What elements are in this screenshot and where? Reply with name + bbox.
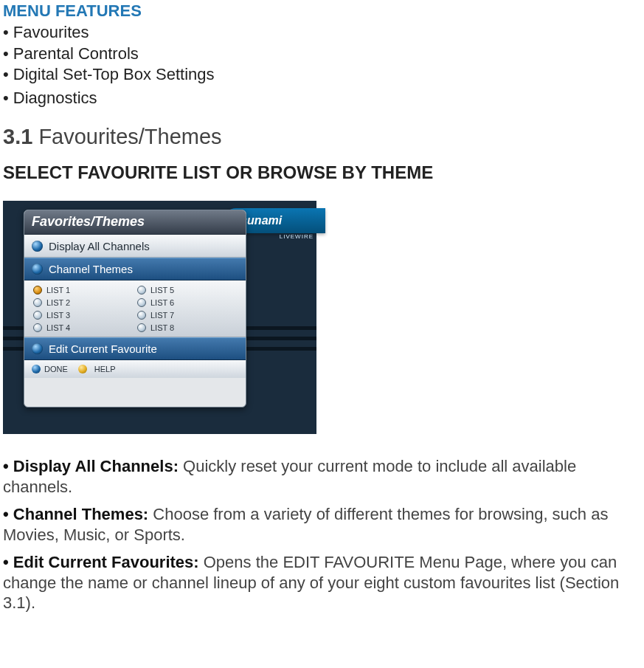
section-number: 3.1	[3, 125, 32, 148]
favorites-panel: Favorites/Themes Display All Channels Ch…	[24, 210, 246, 407]
radio-icon	[137, 311, 146, 320]
menu-feature-item: • Digital Set-Top Box Settings	[3, 64, 641, 86]
radio-icon	[33, 311, 42, 320]
menu-features-heading: MENU FEATURES	[3, 1, 641, 21]
menu-feature-label: Favourites	[13, 23, 89, 41]
list-item-label: LIST 2	[46, 298, 70, 307]
list-item-label: LIST 7	[150, 311, 174, 320]
description-title: Display All Channels:	[13, 457, 179, 475]
favourite-list-option[interactable]: LIST 7	[137, 309, 241, 321]
radio-icon	[33, 323, 42, 332]
list-item-label: LIST 4	[46, 323, 70, 332]
globe-icon	[32, 264, 43, 275]
radio-icon	[33, 298, 42, 307]
sphere-blue-icon	[32, 365, 41, 373]
list-item-label: LIST 8	[150, 323, 174, 332]
description-title: Channel Themes:	[13, 505, 148, 523]
list-item-label: LIST 1	[46, 286, 70, 295]
radio-icon	[137, 286, 146, 295]
settop-ui-screenshot: Tsunami LIVEWIRE Favorites/Themes Displa…	[3, 201, 316, 434]
menu-feature-item: • Parental Controls	[3, 44, 641, 65]
favourite-list-option[interactable]: LIST 5	[137, 283, 241, 296]
row-label: Channel Themes	[49, 263, 133, 275]
favourite-list-option[interactable]: LIST 6	[137, 296, 241, 309]
section-name: Favourites/Themes	[38, 125, 221, 148]
row-edit-current-favourite[interactable]: Edit Current Favourite	[24, 337, 246, 360]
footer-help-button[interactable]: HELP	[94, 365, 116, 373]
row-channel-themes[interactable]: Channel Themes	[24, 258, 246, 280]
panel-title: Favorites/Themes	[24, 210, 246, 235]
menu-feature-item: • Diagnostics	[3, 88, 641, 109]
favourite-list-option[interactable]: LIST 2	[33, 296, 137, 309]
menu-feature-label: Parental Controls	[13, 44, 139, 63]
favourite-list-option[interactable]: LIST 8	[137, 321, 241, 334]
list-item-label: LIST 3	[46, 311, 70, 320]
row-label: Edit Current Favourite	[49, 342, 157, 355]
favourite-list-option[interactable]: LIST 1	[33, 283, 137, 296]
menu-feature-item: • Favourites	[3, 22, 641, 44]
brand-logo-subtext: LIVEWIRE	[280, 233, 314, 240]
description-title: Edit Current Favourites:	[13, 553, 199, 571]
description-item: • Edit Current Favourites: Opens the EDI…	[3, 552, 641, 613]
radio-icon	[137, 323, 146, 332]
description-item: • Channel Themes: Choose from a variety …	[3, 504, 641, 545]
sphere-yellow-icon	[78, 365, 87, 373]
globe-icon	[32, 241, 43, 252]
list-item-label: LIST 6	[150, 298, 174, 307]
menu-feature-label: Diagnostics	[13, 89, 97, 107]
panel-footer: DONE HELP	[24, 360, 246, 378]
row-label: Display All Channels	[49, 240, 150, 252]
favourite-list-option[interactable]: LIST 4	[33, 321, 137, 334]
description-item: • Display All Channels: Quickly reset yo…	[3, 456, 641, 497]
globe-icon	[32, 343, 43, 354]
section-subtitle: SELECT FAVOURITE LIST OR BROWSE BY THEME	[3, 162, 641, 183]
favourite-list-option[interactable]: LIST 3	[33, 309, 137, 321]
list-item-label: LIST 5	[150, 286, 174, 295]
row-display-all-channels[interactable]: Display All Channels	[24, 235, 246, 258]
favourite-lists-grid: LIST 1 LIST 2 LIST 3 LIST 4 LIST 5 LIST …	[24, 280, 246, 337]
section-title: 3.1 Favourites/Themes	[3, 125, 641, 149]
radio-icon	[137, 298, 146, 307]
menu-feature-label: Digital Set-Top Box Settings	[13, 65, 215, 83]
footer-done-button[interactable]: DONE	[44, 365, 68, 373]
radio-icon	[33, 286, 42, 295]
